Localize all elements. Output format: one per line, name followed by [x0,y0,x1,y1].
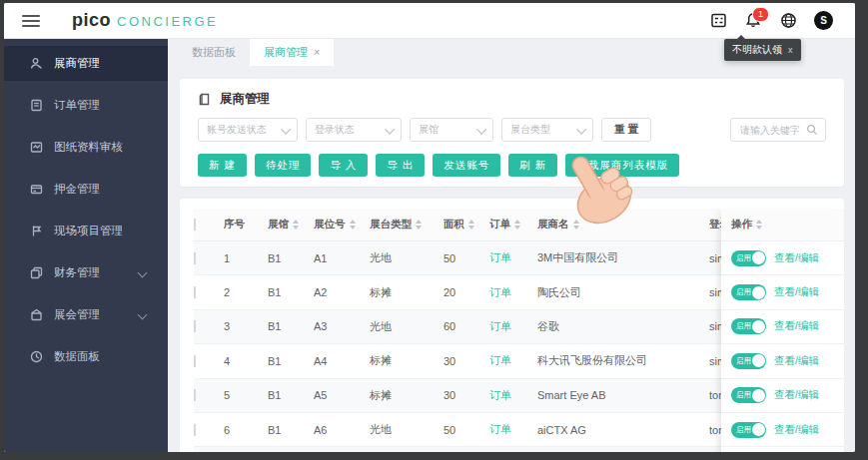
filter-placeholder: 展馆 [419,123,438,137]
sort-icon[interactable] [416,220,422,230]
tab-exhibitor[interactable]: 展商管理× [250,38,334,66]
enable-toggle[interactable]: 启用 [731,353,766,369]
tooltip-close-icon[interactable]: x [788,45,793,55]
select-all-checkbox[interactable] [194,219,196,230]
cell-booth-type: 光地 [370,250,443,265]
view-edit-link[interactable]: 查看/编辑 [774,354,819,368]
filter-select-login-status[interactable]: 登录状态 [306,118,402,142]
notification-bell-icon[interactable]: 1 [744,12,762,30]
column-header[interactable]: 展馆 [268,218,314,231]
sidebar-item-label: 订单管理 [54,98,100,113]
page-title-icon [198,92,212,107]
view-edit-link[interactable]: 查看/编辑 [774,423,819,437]
column-header[interactable]: 展商名 [537,218,709,231]
export-button[interactable]: 导 出 [376,154,425,177]
hamburger-menu-icon[interactable] [22,15,40,27]
filter-select-hall[interactable]: 展馆 [410,118,493,142]
operation-row: 启用查看/编辑 [721,344,844,378]
enable-toggle[interactable]: 启用 [731,250,766,266]
column-header[interactable]: 面积 [443,218,489,231]
view-edit-link[interactable]: 查看/编辑 [774,285,819,299]
sort-icon[interactable] [293,220,299,230]
refresh-button[interactable]: 刷 新 [508,154,557,177]
cell-no: 2 [224,286,268,298]
sort-icon[interactable] [514,220,520,230]
tab-close-icon[interactable]: × [314,46,320,58]
cell-no: 5 [224,389,268,401]
view-edit-link[interactable]: 查看/编辑 [774,319,819,333]
row-checkbox[interactable] [194,389,196,401]
sidebar-item-data-panel[interactable]: 数据面板 [4,339,168,374]
column-header[interactable]: 展位号 [314,218,370,231]
order-link[interactable]: 订单 [489,388,537,403]
cell-area: 30 [443,355,489,367]
enable-toggle[interactable]: 启用 [731,387,766,403]
claims-tooltip: 不明款认领 x [724,39,801,61]
row-checkbox[interactable] [194,355,196,367]
cell-booth-type: 光地 [370,319,443,334]
sort-icon[interactable] [350,220,356,230]
sidebar: 展商管理订单管理图纸资料审核押金管理现场项目管理财务管理展会管理数据面板 [4,38,168,452]
cell-booth: A1 [314,252,370,264]
claims-form-icon[interactable] [709,12,727,30]
order-link[interactable]: 订单 [489,285,537,300]
cell-exhibitor-name: 3M中国有限公司 [537,250,709,265]
row-checkbox[interactable] [194,286,196,298]
sidebar-item-deposit[interactable]: 押金管理 [4,172,168,207]
column-header[interactable]: 订单 [489,218,537,231]
row-checkbox[interactable] [194,320,196,332]
download-template-button[interactable]: 下载展商列表模版 [565,154,679,177]
row-checkbox[interactable] [194,252,196,264]
order-link[interactable]: 订单 [489,250,537,265]
toggle-knob [752,251,765,264]
view-edit-link[interactable]: 查看/编辑 [774,251,819,265]
reset-button[interactable]: 重 置 [601,118,651,142]
send-account-button[interactable]: 发送账号 [433,154,500,177]
order-link[interactable]: 订单 [489,319,537,334]
cell-hall: B1 [268,355,314,367]
sort-icon[interactable] [573,220,579,230]
sort-icon[interactable] [756,220,762,230]
column-header: 序号 [224,218,268,231]
sidebar-item-onsite-project[interactable]: 现场项目管理 [4,214,168,248]
user-avatar[interactable]: S [814,11,833,30]
operation-row: 启用查看/编辑 [721,310,844,344]
sidebar-item-label: 数据面板 [54,349,100,364]
pending-button[interactable]: 待处理 [255,154,312,177]
sidebar-item-orders[interactable]: 订单管理 [4,88,168,123]
filter-select-booth-type[interactable]: 展台类型 [501,118,593,142]
filter-select-account-send-status[interactable]: 账号发送状态 [198,118,298,142]
cell-area: 60 [443,320,489,332]
cell-area: 30 [443,389,489,401]
column-header[interactable]: 展台类型 [370,218,443,231]
toggle-knob [752,389,765,402]
drawing-review-icon [30,141,43,154]
sidebar-item-label: 展商管理 [54,56,100,71]
view-edit-link[interactable]: 查看/编辑 [774,388,819,402]
onsite-project-icon [30,225,43,237]
sidebar-item-label: 展会管理 [54,307,100,322]
enable-toggle[interactable]: 启用 [731,422,766,438]
operation-row: 启用 [721,447,844,452]
keyword-search-input[interactable] [738,124,806,137]
filter-placeholder: 登录状态 [315,123,355,137]
sidebar-item-finance[interactable]: 财务管理 [4,255,168,290]
new-button[interactable]: 新 建 [198,154,247,177]
language-globe-icon[interactable] [779,12,797,30]
enable-toggle[interactable]: 启用 [731,318,766,334]
cell-no: 4 [224,355,268,367]
sidebar-item-exhibition[interactable]: 展会管理 [4,297,168,332]
claims-tooltip-text: 不明款认领 [732,43,782,57]
order-link[interactable]: 订单 [489,422,537,437]
sidebar-item-exhibitor[interactable]: 展商管理 [4,46,168,81]
row-checkbox[interactable] [194,424,196,436]
tab-data-panel[interactable]: 数据面板 [178,38,250,66]
import-button[interactable]: 导 入 [319,154,368,177]
sidebar-item-drawing-review[interactable]: 图纸资料审核 [4,130,168,165]
sort-icon[interactable] [468,220,474,230]
cell-hall: B1 [268,252,314,264]
enable-toggle[interactable]: 启用 [731,284,766,300]
topbar-icons: 1 S [709,11,833,30]
order-icon [30,99,43,112]
order-link[interactable]: 订单 [489,353,537,368]
